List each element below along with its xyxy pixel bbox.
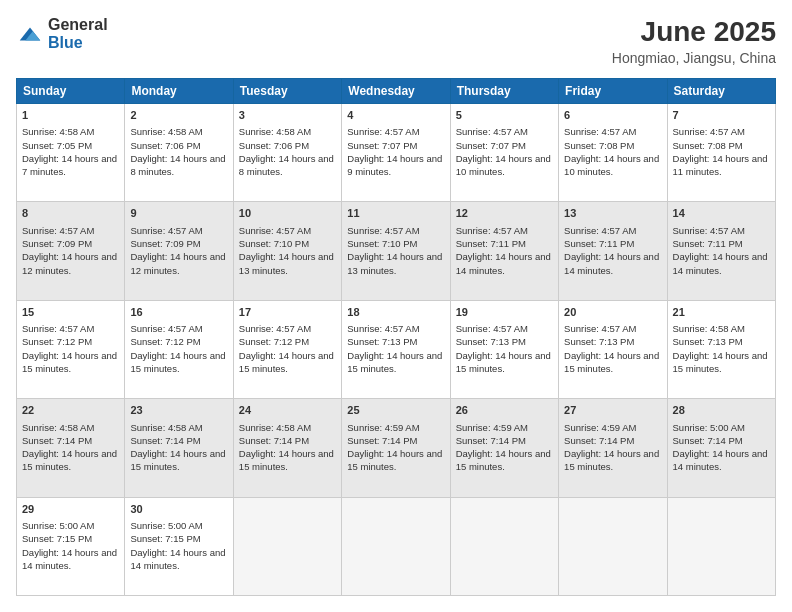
week-row-2: 8 Sunrise: 4:57 AMSunset: 7:09 PMDayligh… <box>17 202 776 300</box>
empty-cell-1 <box>233 497 341 595</box>
day-8: 8 Sunrise: 4:57 AMSunset: 7:09 PMDayligh… <box>17 202 125 300</box>
subtitle: Hongmiao, Jiangsu, China <box>612 50 776 66</box>
logo-text: General Blue <box>48 16 108 51</box>
logo-blue-text: Blue <box>48 34 108 52</box>
empty-cell-5 <box>667 497 775 595</box>
day-29: 29 Sunrise: 5:00 AMSunset: 7:15 PMDaylig… <box>17 497 125 595</box>
day-23: 23 Sunrise: 4:58 AMSunset: 7:14 PMDaylig… <box>125 399 233 497</box>
day-26: 26 Sunrise: 4:59 AMSunset: 7:14 PMDaylig… <box>450 399 558 497</box>
main-title: June 2025 <box>612 16 776 48</box>
day-7: 7 Sunrise: 4:57 AMSunset: 7:08 PMDayligh… <box>667 104 775 202</box>
col-monday: Monday <box>125 79 233 104</box>
logo-icon <box>16 20 44 48</box>
col-friday: Friday <box>559 79 667 104</box>
empty-cell-2 <box>342 497 450 595</box>
day-10: 10 Sunrise: 4:57 AMSunset: 7:10 PMDaylig… <box>233 202 341 300</box>
day-2: 2 Sunrise: 4:58 AMSunset: 7:06 PMDayligh… <box>125 104 233 202</box>
calendar-header-row: Sunday Monday Tuesday Wednesday Thursday… <box>17 79 776 104</box>
day-1: 1 Sunrise: 4:58 AMSunset: 7:05 PMDayligh… <box>17 104 125 202</box>
day-20: 20 Sunrise: 4:57 AMSunset: 7:13 PMDaylig… <box>559 300 667 398</box>
day-17: 17 Sunrise: 4:57 AMSunset: 7:12 PMDaylig… <box>233 300 341 398</box>
day-16: 16 Sunrise: 4:57 AMSunset: 7:12 PMDaylig… <box>125 300 233 398</box>
day-24: 24 Sunrise: 4:58 AMSunset: 7:14 PMDaylig… <box>233 399 341 497</box>
day-15: 15 Sunrise: 4:57 AMSunset: 7:12 PMDaylig… <box>17 300 125 398</box>
day-28: 28 Sunrise: 5:00 AMSunset: 7:14 PMDaylig… <box>667 399 775 497</box>
calendar-table: Sunday Monday Tuesday Wednesday Thursday… <box>16 78 776 596</box>
day-22: 22 Sunrise: 4:58 AMSunset: 7:14 PMDaylig… <box>17 399 125 497</box>
col-sunday: Sunday <box>17 79 125 104</box>
day-13: 13 Sunrise: 4:57 AMSunset: 7:11 PMDaylig… <box>559 202 667 300</box>
day-9: 9 Sunrise: 4:57 AMSunset: 7:09 PMDayligh… <box>125 202 233 300</box>
day-11: 11 Sunrise: 4:57 AMSunset: 7:10 PMDaylig… <box>342 202 450 300</box>
day-25: 25 Sunrise: 4:59 AMSunset: 7:14 PMDaylig… <box>342 399 450 497</box>
day-12: 12 Sunrise: 4:57 AMSunset: 7:11 PMDaylig… <box>450 202 558 300</box>
day-21: 21 Sunrise: 4:58 AMSunset: 7:13 PMDaylig… <box>667 300 775 398</box>
day-6: 6 Sunrise: 4:57 AMSunset: 7:08 PMDayligh… <box>559 104 667 202</box>
header: General Blue June 2025 Hongmiao, Jiangsu… <box>16 16 776 66</box>
day-14: 14 Sunrise: 4:57 AMSunset: 7:11 PMDaylig… <box>667 202 775 300</box>
day-30: 30 Sunrise: 5:00 AMSunset: 7:15 PMDaylig… <box>125 497 233 595</box>
page: General Blue June 2025 Hongmiao, Jiangsu… <box>0 0 792 612</box>
day-27: 27 Sunrise: 4:59 AMSunset: 7:14 PMDaylig… <box>559 399 667 497</box>
col-tuesday: Tuesday <box>233 79 341 104</box>
col-saturday: Saturday <box>667 79 775 104</box>
week-row-1: 1 Sunrise: 4:58 AMSunset: 7:05 PMDayligh… <box>17 104 776 202</box>
day-18: 18 Sunrise: 4:57 AMSunset: 7:13 PMDaylig… <box>342 300 450 398</box>
empty-cell-4 <box>559 497 667 595</box>
col-thursday: Thursday <box>450 79 558 104</box>
week-row-5: 29 Sunrise: 5:00 AMSunset: 7:15 PMDaylig… <box>17 497 776 595</box>
week-row-3: 15 Sunrise: 4:57 AMSunset: 7:12 PMDaylig… <box>17 300 776 398</box>
day-4: 4 Sunrise: 4:57 AMSunset: 7:07 PMDayligh… <box>342 104 450 202</box>
day-3: 3 Sunrise: 4:58 AMSunset: 7:06 PMDayligh… <box>233 104 341 202</box>
day-19: 19 Sunrise: 4:57 AMSunset: 7:13 PMDaylig… <box>450 300 558 398</box>
col-wednesday: Wednesday <box>342 79 450 104</box>
logo: General Blue <box>16 16 108 51</box>
week-row-4: 22 Sunrise: 4:58 AMSunset: 7:14 PMDaylig… <box>17 399 776 497</box>
empty-cell-3 <box>450 497 558 595</box>
logo-general-text: General <box>48 16 108 34</box>
day-5: 5 Sunrise: 4:57 AMSunset: 7:07 PMDayligh… <box>450 104 558 202</box>
title-block: June 2025 Hongmiao, Jiangsu, China <box>612 16 776 66</box>
